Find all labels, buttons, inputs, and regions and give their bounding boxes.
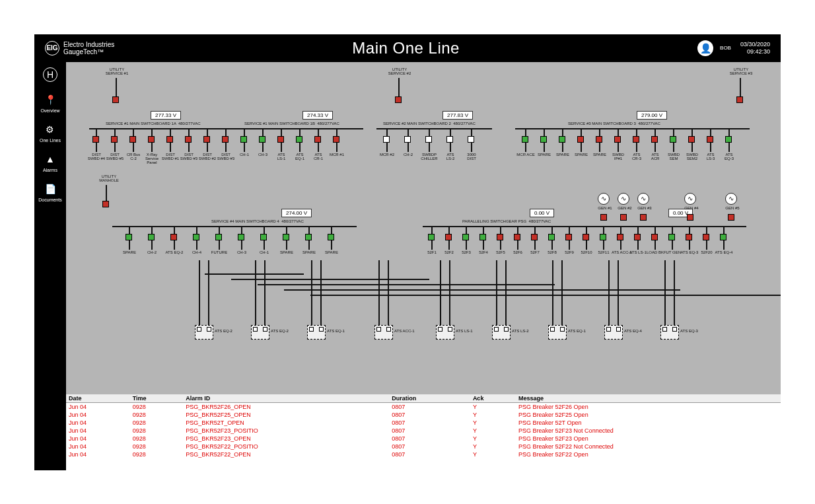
breaker-52F6[interactable] — [514, 234, 520, 240]
voltage-reading[interactable]: 274.00 V — [281, 209, 312, 217]
breaker-ATS-EQ-3[interactable] — [725, 136, 732, 143]
gen-breaker[interactable] — [687, 214, 693, 221]
breaker-CH-3[interactable] — [259, 136, 266, 143]
breaker-ATS-LS-1[interactable] — [277, 136, 284, 143]
breaker-CH-2[interactable] — [404, 136, 411, 143]
ats-switch[interactable] — [436, 325, 454, 340]
main-breaker[interactable] — [736, 96, 743, 103]
breaker-ATS-CR-3[interactable] — [633, 136, 639, 143]
gen-breaker[interactable] — [728, 214, 734, 221]
generator-GEN-#3-icon[interactable]: ∿ — [637, 193, 649, 205]
alarm-col[interactable]: Date — [66, 394, 130, 403]
nav-home[interactable]: H — [43, 67, 57, 83]
alarm-row[interactable]: Jun 040928PSG_BKR52F26_OPEN0807YPSG Brea… — [66, 402, 781, 411]
breaker-SPARE[interactable] — [559, 136, 565, 143]
breaker-DIST-SWBD-#3[interactable] — [185, 136, 192, 143]
ats-switch[interactable] — [548, 325, 567, 340]
breaker-ATS-LS-1[interactable] — [634, 234, 641, 240]
breaker-SPARE[interactable] — [283, 234, 289, 240]
breaker-CH-4[interactable] — [193, 234, 199, 240]
breaker-ATS-CR-1[interactable] — [314, 136, 321, 143]
breaker-MCR-#1[interactable] — [333, 136, 339, 143]
breaker-SPARE[interactable] — [596, 136, 602, 143]
breaker-CH-2[interactable] — [148, 234, 155, 240]
ats-switch[interactable] — [195, 325, 213, 340]
alarm-panel[interactable]: DateTimeAlarm IDDurationAckMessage Jun 0… — [66, 394, 781, 470]
alarm-row[interactable]: Jun 040928PSG_BKR52F23_POSITIO0807YPSG B… — [66, 427, 781, 435]
breaker-52F2[interactable] — [445, 234, 452, 240]
breaker-SPARE[interactable] — [328, 234, 334, 240]
breaker-ATS-ACR[interactable] — [651, 136, 658, 143]
breaker-3000-DIST[interactable] — [468, 136, 474, 143]
breaker-52F20[interactable] — [703, 234, 709, 240]
breaker-FUTURE[interactable] — [215, 234, 222, 240]
voltage-reading[interactable]: 277.83 V — [443, 111, 473, 120]
ats-switch[interactable] — [374, 325, 393, 340]
breaker-ATS-LS-2[interactable] — [446, 136, 453, 143]
breaker-SWBD-IP#1[interactable] — [614, 136, 621, 143]
ats-switch[interactable] — [660, 325, 679, 340]
breaker-ATS-ACC-1[interactable] — [617, 234, 623, 240]
breaker-ATS-EQ-4[interactable] — [720, 234, 726, 240]
generator-GEN-#4-icon[interactable]: ∿ — [684, 193, 696, 205]
breaker-52F4[interactable] — [479, 234, 486, 240]
breaker-52F8[interactable] — [548, 234, 555, 240]
breaker-SPARE[interactable] — [540, 136, 547, 143]
ats-switch[interactable] — [251, 325, 269, 340]
nav-alarms[interactable]: ▲Alarms — [43, 152, 57, 172]
user-block[interactable]: 👤 BOB — [697, 40, 731, 56]
breaker-CR-Bus-C-2[interactable] — [129, 136, 136, 143]
breaker-SWBDP-CHILLER[interactable] — [425, 136, 432, 143]
breaker-SPARE[interactable] — [305, 234, 312, 240]
voltage-reading[interactable]: 0.00 V — [530, 209, 554, 217]
alarm-row[interactable]: Jun 040928PSG_BKR52F25_OPEN0807YPSG Brea… — [66, 411, 781, 419]
breaker-FUT-GEN[interactable] — [668, 234, 675, 240]
breaker-ATS-LS-3[interactable] — [707, 136, 713, 143]
breaker-X-Ray-Service-Panel[interactable] — [148, 136, 155, 143]
breaker-SWBD-SEM[interactable] — [670, 136, 676, 143]
ats-switch[interactable] — [307, 325, 326, 340]
nav-overview[interactable]: 📍Overview — [40, 92, 59, 113]
breaker-SPARE[interactable] — [125, 234, 132, 240]
breaker-52F1[interactable] — [428, 234, 435, 240]
user-avatar-icon[interactable]: 👤 — [697, 40, 713, 56]
alarm-row[interactable]: Jun 040928PSG_BKR52F23_OPEN0807YPSG Brea… — [66, 435, 781, 443]
main-breaker[interactable] — [395, 96, 402, 103]
breaker-52F3[interactable] — [462, 234, 469, 240]
breaker-DIST-SWBD-#4[interactable] — [92, 136, 99, 143]
breaker-52F5[interactable] — [497, 234, 503, 240]
generator-GEN-#5-icon[interactable]: ∿ — [725, 193, 737, 205]
breaker-DIST-SWBD-#5[interactable] — [111, 136, 118, 143]
breaker-MCR-#2[interactable] — [383, 136, 390, 143]
nav-documents[interactable]: 📄Documents — [38, 182, 61, 202]
breaker-ATS-EQ-2[interactable] — [170, 234, 177, 240]
breaker-52F11[interactable] — [600, 234, 606, 240]
gen-breaker[interactable] — [640, 214, 647, 221]
generator-GEN-#2-icon[interactable]: ∿ — [618, 193, 629, 205]
main-breaker[interactable] — [112, 96, 119, 103]
breaker-ATS-EQ-1[interactable] — [296, 136, 302, 143]
one-line-diagram[interactable]: UTILITY SERVICE #1UTILITY SERVICE #2UTIL… — [66, 62, 781, 394]
breaker-DIST-SWBD-#1[interactable] — [166, 136, 173, 143]
voltage-reading[interactable]: 274.33 V — [302, 111, 333, 120]
breaker-CH-3[interactable] — [238, 234, 244, 240]
ats-switch[interactable] — [492, 325, 511, 340]
alarm-col[interactable]: Ack — [470, 394, 516, 403]
alarm-col[interactable]: Alarm ID — [183, 394, 389, 403]
breaker-CH-1[interactable] — [240, 136, 247, 143]
alarm-col[interactable]: Time — [130, 394, 184, 403]
breaker-DIST-SWBD-#3[interactable] — [222, 136, 229, 143]
breaker-DIST-SWBD-#2[interactable] — [203, 136, 210, 143]
ats-switch[interactable] — [604, 325, 623, 340]
alarm-row[interactable]: Jun 040928PSG_BKR52F22_OPEN0807YPSG Brea… — [66, 450, 781, 458]
alarm-col[interactable]: Message — [516, 394, 781, 403]
breaker-MCR-ACE[interactable] — [522, 136, 528, 143]
alarm-row[interactable]: Jun 040928PSG_BKR52T_OPEN0807YPSG Breake… — [66, 419, 781, 427]
voltage-reading[interactable]: 277.33 V — [151, 111, 181, 120]
breaker-LOAD-BK[interactable] — [651, 234, 658, 240]
breaker-52F7[interactable] — [531, 234, 538, 240]
manhole-breaker[interactable] — [102, 201, 109, 207]
nav-one-lines[interactable]: ⚙One Lines — [40, 122, 61, 143]
generator-GEN-#1-icon[interactable]: ∿ — [598, 193, 610, 205]
voltage-reading[interactable]: 279.00 V — [637, 111, 667, 120]
